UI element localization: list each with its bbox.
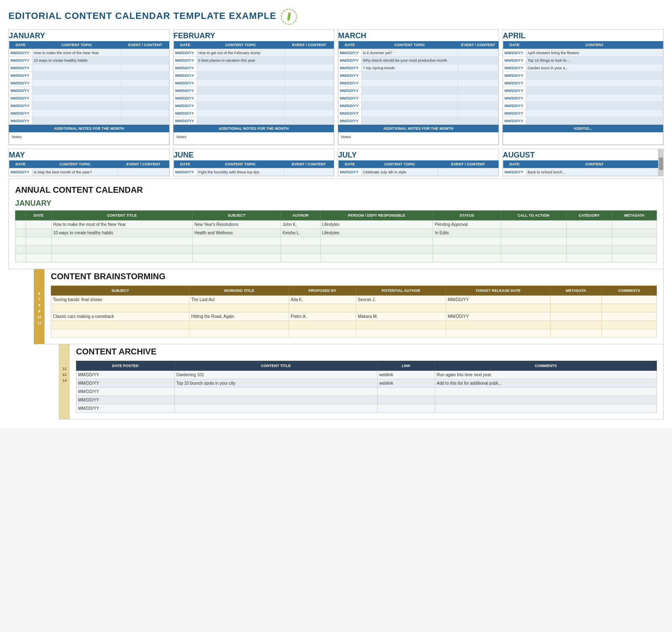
table-row: MM/DD/YY [9,102,169,110]
table-row: MM/DD/YY [9,64,169,72]
scrollbar[interactable] [658,149,663,176]
mar-header-date: DATE [339,41,362,49]
page-wrapper: EDITORIAL CONTENT CALENDAR TEMPLATE EXAM… [0,0,672,428]
feb-header-date: DATE [174,41,197,49]
table-row: MM/DD/YYHow to make the most of the New … [9,49,169,57]
feb-notes-bar: ADDITIONAL NOTES FOR THE MONTH [173,125,334,132]
brainstorm-table: SUBJECT WORKING TITLE PROPOSED BY POTENT… [51,286,657,338]
table-row: MM/DD/YYIs May the best month of the yea… [9,168,169,176]
brainstorm-title: CONTENT BRAINSTORMING [51,272,657,281]
aug-header-content: CONTENT [526,160,663,168]
table-row: MM/DD/YY [9,117,169,125]
table-row: MM/DD/YYBack to school lunch... [503,168,663,176]
table-row: 1 How to make the most of the New Year N… [16,220,657,229]
jan-header-event: EVENT / CONTENT [121,41,169,49]
table-row: MM/DD/YY10 ways to create healthy habits [9,57,169,64]
archive-title: CONTENT ARCHIVE [76,347,657,357]
annual-header-subject: SUBJECT [192,211,281,220]
jul-header-topic: CONTENT TOPIC [362,160,438,168]
arch-header-title: CONTENT TITLE [174,361,377,371]
table-row: Touring bands' final shows The Last Act … [51,296,657,304]
archive-row-nums-bg: 12 13 14 [59,341,70,419]
annual-header-status: STATUS [433,211,501,220]
table-row [51,329,657,338]
feb-header-event: EVENT / CONTENT [284,41,333,49]
apr-notes-bar: ADDITIO... [503,125,663,132]
table-row: MM/DD/YY [174,79,334,87]
table-row: MM/DD/YY [339,117,499,125]
month-april: APRIL DATE CONTENT MM/DD/YYApril showers… [502,29,664,145]
table-row: MM/DD/YY [503,79,663,87]
july-label: JULY [338,149,499,160]
annual-header-title: CONTENT TITLE [51,211,192,220]
arch-header-comments: COMMENTS [435,361,656,371]
month-june: JUNE DATE CONTENT TOPIC EVENT / CONTENT … [173,149,334,176]
annual-header-metadata: METADATA [612,211,656,220]
annual-month-label: JANUARY [15,199,657,208]
july-table: DATE CONTENT TOPIC EVENT / CONTENT MM/DD… [338,160,499,176]
table-row: MM/DD/YY5 best places to vacation this y… [174,57,334,64]
table-row: 3 [16,237,657,246]
february-table: DATE CONTENT TOPIC EVENT / CONTENT MM/DD… [173,41,334,125]
annual-header-date: DATE [26,211,52,220]
may-header-date: DATE [9,160,32,168]
bst-header-proposed: PROPOSED BY [289,286,356,296]
table-row: MM/DD/YYCelebrate July 4th in style [339,168,499,176]
june-table: DATE CONTENT TOPIC EVENT / CONTENT MM/DD… [173,160,334,176]
monthly-row-1: JANUARY DATE CONTENT TOPIC EVENT / CONTE… [8,29,664,145]
bst-header-comments: COMMENTS [601,286,656,296]
annual-table: DATE CONTENT TITLE SUBJECT AUTHOR PERSON… [15,210,657,262]
table-row: MM/DD/YYIs it Summer yet? [339,49,499,57]
april-table: DATE CONTENT MM/DD/YYApril showers bring… [503,41,663,125]
month-may: MAY DATE CONTENT TOPIC EVENT / CONTENT M… [8,149,170,176]
table-row: MM/DD/YY [503,87,663,94]
bst-header-author: POTENTIAL AUTHOR [356,286,446,296]
brainstorm-section: 6 7 8 9 10 11 CONTENT BRAINSTORMING SUBJ… [34,265,664,344]
table-row: MM/DD/YY [76,388,657,396]
table-row: MM/DD/YY [9,72,169,79]
table-row: MM/DD/YYWhy March should be your most pr… [339,57,499,64]
jun-header-topic: CONTENT TOPIC [197,160,284,168]
month-february: FEBRUARY DATE CONTENT TOPIC EVENT / CONT… [173,29,334,145]
table-row: Classic cars making a comeback Hitting t… [51,312,657,321]
jan-header-date: DATE [9,41,32,49]
table-row: MM/DD/YYTop 10 things to look fo... [503,57,663,64]
table-row: MM/DD/YY [174,64,334,72]
annual-header-category: CATEGORY [566,211,612,220]
table-row: MM/DD/YYApril showers bring the flowers [503,49,663,57]
table-row: MM/DD/YY [503,94,663,102]
table-row: MM/DD/YY Gardening 101 weblink Run again… [76,371,657,379]
table-row: 4 [16,246,657,254]
table-row: MM/DD/YY [174,102,334,110]
mar-notes-area: Notes [338,132,499,145]
table-row: MM/DD/YY [174,94,334,102]
jun-header-event: EVENT / CONTENT [284,160,333,168]
table-row: MM/DD/YY [174,72,334,79]
table-row: MM/DD/YY [174,87,334,94]
archive-table: DATE POSTED CONTENT TITLE LINK COMMENTS … [76,361,657,413]
may-header-event: EVENT / CONTENT [118,160,169,168]
annual-title: ANNUAL CONTENT CALENDAR [15,185,657,195]
annual-header-author: AUTHOR [281,211,320,220]
table-row: MM/DD/YY [339,102,499,110]
month-january: JANUARY DATE CONTENT TOPIC EVENT / CONTE… [8,29,170,145]
feb-header-topic: CONTENT TOPIC [197,41,285,49]
pencil-icon [281,8,297,25]
april-label: APRIL [503,30,663,41]
jul-header-event: EVENT / CONTENT [438,160,499,168]
table-row: MM/DD/YY7 top Spring trends [339,64,499,72]
may-header-topic: CONTENT TOPIC [32,160,118,168]
table-row: 5 [16,254,657,262]
mar-header-topic: CONTENT TOPIC [362,41,458,49]
archive-content: CONTENT ARCHIVE DATE POSTED CONTENT TITL… [76,347,657,413]
table-row: MM/DD/YY [76,396,657,404]
mar-header-event: EVENT / CONTENT [458,41,498,49]
bst-header-subject: SUBJECT [51,286,189,296]
svg-marker-2 [287,20,290,23]
table-row: MM/DD/YY [9,79,169,87]
jul-header-date: DATE [339,160,362,168]
table-row [51,321,657,329]
table-row: 2 10 ways to create healthy habits Healt… [16,229,657,237]
stacked-sheets: ANNUAL CONTENT CALENDAR JANUARY DATE CON… [8,178,664,420]
brainstorm-row-nums-bg: 6 7 8 9 10 11 [34,265,45,344]
